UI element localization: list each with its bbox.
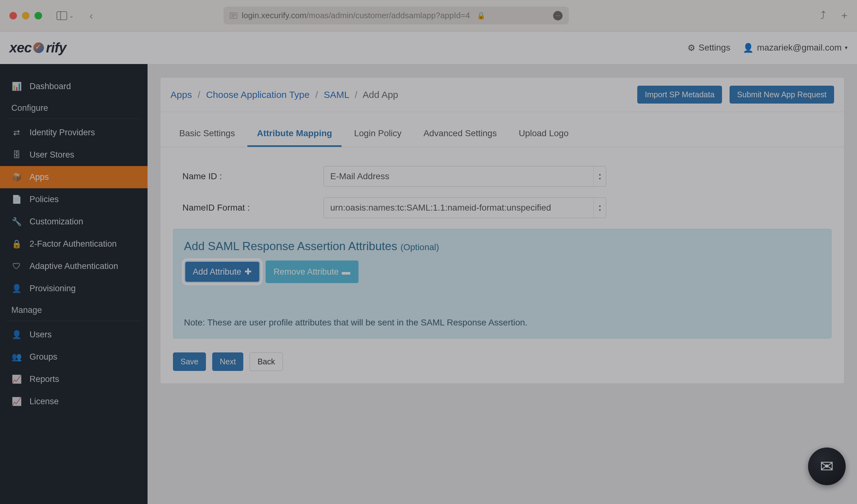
logo-suffix: rify — [46, 40, 66, 55]
crumb-choose-type[interactable]: Choose Application Type — [206, 89, 309, 100]
card-header: Apps / Choose Application Type / SAML / … — [161, 78, 844, 112]
sidebar-item-provisioning[interactable]: 👤 Provisioning — [0, 278, 148, 300]
sidebar-item-label: Adaptive Authentication — [30, 262, 118, 271]
sidebar-item-reports[interactable]: 📈 Reports — [0, 368, 148, 390]
new-tab-icon[interactable]: + — [841, 10, 847, 22]
plus-icon: ✚ — [245, 267, 252, 277]
logo[interactable]: xec rify — [10, 40, 66, 55]
sidebar-item-label: License — [30, 397, 59, 406]
chart-icon: 📈 — [11, 374, 22, 384]
sidebar-section-configure: Configure — [0, 98, 148, 116]
sidebar-item-identity-providers[interactable]: ⇄ Identity Providers — [0, 121, 148, 144]
share-icon[interactable]: ⤴ — [820, 10, 826, 22]
sidebar-item-license[interactable]: 📈 License — [0, 390, 148, 413]
sidebar-item-customization[interactable]: 🔧 Customization — [0, 211, 148, 233]
crumb-apps[interactable]: Apps — [170, 89, 192, 100]
tab-basic-settings[interactable]: Basic Settings — [170, 121, 244, 147]
sidebar-toggle[interactable]: ⌄ — [56, 11, 74, 20]
tab-advanced-settings[interactable]: Advanced Settings — [414, 121, 506, 147]
name-id-select[interactable]: E-Mail Address ▴▾ — [324, 166, 606, 187]
page-settings-icon[interactable]: ⋯ — [553, 11, 562, 20]
breadcrumb: Apps / Choose Application Type / SAML / … — [170, 89, 398, 100]
tab-upload-logo[interactable]: Upload Logo — [509, 121, 578, 147]
sidebar-item-label: Reports — [30, 374, 59, 384]
dashboard-icon: 📊 — [11, 82, 22, 91]
select-chevron-icon: ▴▾ — [593, 198, 606, 218]
envelope-icon: ✉ — [820, 457, 834, 476]
chevron-down-icon: ⌄ — [69, 12, 74, 19]
chat-bubble-button[interactable]: ✉ — [808, 448, 846, 485]
divider — [7, 321, 141, 321]
import-sp-metadata-button[interactable]: Import SP Metadata — [637, 86, 722, 104]
settings-label: Settings — [699, 43, 730, 53]
add-attribute-button[interactable]: Add Attribute ✚ — [185, 262, 259, 282]
nameid-format-label: NameID Format : — [173, 203, 324, 213]
sidebar-item-user-stores[interactable]: 🗄 User Stores — [0, 144, 148, 166]
package-icon: 📦 — [11, 172, 22, 182]
sidebar-item-label: Provisioning — [30, 284, 75, 293]
user-menu[interactable]: 👤 mazariek@gmail.com ▾ — [743, 43, 847, 53]
gear-icon: ⚙ — [688, 43, 695, 53]
remove-attribute-button[interactable]: Remove Attribute ▬ — [266, 261, 358, 283]
browser-chrome: ⌄ ‹ login.xecurify.com/moas/admin/custom… — [0, 0, 857, 31]
tab-body: Name ID : E-Mail Address ▴▾ NameID Forma… — [161, 147, 844, 384]
user-email: mazariek@gmail.com — [757, 43, 842, 53]
svg-rect-0 — [57, 12, 67, 20]
minus-icon: ▬ — [342, 267, 350, 277]
remove-attribute-label: Remove Attribute — [274, 267, 339, 277]
sidebar-item-label: Groups — [30, 352, 57, 362]
close-window-button[interactable] — [10, 12, 17, 19]
sidebar-item-label: User Stores — [30, 150, 74, 160]
crumb-saml[interactable]: SAML — [324, 89, 349, 100]
back-icon[interactable]: ‹ — [89, 10, 93, 22]
attributes-note: Note: These are user profile attributes … — [184, 318, 821, 327]
sidebar-item-label: Customization — [30, 217, 83, 226]
saml-attributes-panel: Add SAML Response Assertion Attributes (… — [173, 229, 831, 339]
next-button[interactable]: Next — [212, 352, 243, 371]
user-icon: 👤 — [11, 284, 22, 293]
logo-prefix: xec — [10, 40, 31, 55]
traffic-lights — [10, 12, 42, 19]
sidebar-item-label: Identity Providers — [30, 128, 95, 137]
sidebar-item-adaptive-auth[interactable]: 🛡 Adaptive Authentication — [0, 255, 148, 278]
sidebar-item-dashboard[interactable]: 📊 Dashboard — [0, 75, 148, 98]
panel-icon — [56, 11, 67, 20]
nameid-format-select[interactable]: urn:oasis:names:tc:SAML:1.1:nameid-forma… — [324, 197, 606, 218]
add-attribute-label: Add Attribute — [193, 267, 241, 277]
main-content: Apps / Choose Application Type / SAML / … — [148, 64, 857, 504]
shield-icon: 🛡 — [11, 262, 22, 271]
settings-button[interactable]: ⚙ Settings — [688, 43, 730, 53]
url-text: login.xecurify.com/moas/admin/customer/a… — [242, 11, 470, 20]
tab-attribute-mapping[interactable]: Attribute Mapping — [247, 121, 341, 147]
name-id-label: Name ID : — [173, 171, 324, 181]
tabs: Basic Settings Attribute Mapping Login P… — [161, 112, 844, 147]
fullscreen-window-button[interactable] — [35, 12, 42, 19]
select-value: urn:oasis:names:tc:SAML:1.1:nameid-forma… — [330, 203, 551, 213]
sidebar-item-label: Users — [30, 330, 52, 339]
sidebar-item-2fa[interactable]: 🔒 2-Factor Authentication — [0, 233, 148, 255]
panel-title: Add SAML Response Assertion Attributes (… — [184, 240, 821, 253]
user-icon: 👤 — [743, 43, 754, 53]
sidebar-item-apps[interactable]: 📦 Apps — [0, 166, 148, 188]
sidebar-item-label: Apps — [30, 172, 49, 182]
user-icon: 👤 — [11, 330, 22, 339]
minimize-window-button[interactable] — [22, 12, 30, 19]
submit-new-app-request-button[interactable]: Submit New App Request — [729, 86, 834, 104]
reader-icon — [230, 13, 237, 19]
tab-login-policy[interactable]: Login Policy — [345, 121, 411, 147]
footer-buttons: Save Next Back — [173, 352, 831, 371]
divider — [7, 119, 141, 119]
app-header: xec rify ⚙ Settings 👤 mazariek@gmail.com… — [0, 31, 857, 64]
sidebar-section-manage: Manage — [0, 300, 148, 318]
select-chevron-icon: ▴▾ — [593, 166, 606, 186]
url-bar[interactable]: login.xecurify.com/moas/admin/customer/a… — [223, 6, 569, 24]
highlighted-button-ring: Add Attribute ✚ — [184, 261, 261, 283]
save-button[interactable]: Save — [173, 352, 206, 371]
sidebar-item-users[interactable]: 👤 Users — [0, 323, 148, 346]
content-card: Apps / Choose Application Type / SAML / … — [160, 77, 844, 384]
sidebar-item-policies[interactable]: 📄 Policies — [0, 188, 148, 211]
back-button[interactable]: Back — [250, 352, 283, 371]
swap-icon: ⇄ — [11, 128, 22, 137]
crumb-add-app: Add App — [363, 89, 398, 100]
sidebar-item-groups[interactable]: 👥 Groups — [0, 346, 148, 368]
